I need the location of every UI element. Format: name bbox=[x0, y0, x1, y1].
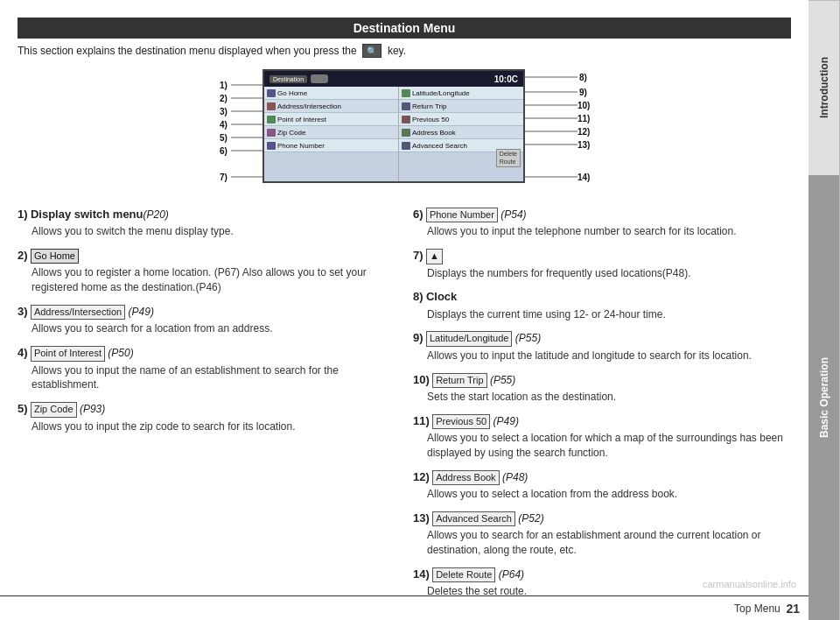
desc-item-8: 8) Clock Displays the current time using… bbox=[413, 289, 791, 321]
desc-item-4: 4) Point of Interest (P50) Allows you to… bbox=[18, 345, 396, 392]
desc-num-7: 7) bbox=[413, 249, 424, 262]
desc-item-13: 13) Advanced Search (P52) Allows you to … bbox=[413, 511, 791, 558]
svg-text:6): 6) bbox=[220, 146, 228, 156]
watermark: carmanualsonline.info bbox=[703, 579, 796, 589]
desc-text-3: Allows you to search for a location from… bbox=[18, 321, 396, 336]
bottom-label: Top Menu bbox=[734, 602, 780, 615]
screen-row-3: Point of Interest bbox=[264, 113, 398, 126]
main-content: Destination Menu This section explains t… bbox=[0, 0, 808, 620]
prev50-btn-label: Previous 50 bbox=[432, 414, 490, 429]
desc-num-3: 3) bbox=[18, 305, 28, 318]
screen-right-col: Latitude/Longitude Return Trip Previous … bbox=[399, 87, 523, 181]
desc-text-1: Allows you to switch the menu display ty… bbox=[18, 224, 396, 239]
return-btn-label: Return Trip bbox=[432, 373, 486, 388]
desc-item-11: 11) Previous 50 (P49) Allows you to sele… bbox=[413, 413, 791, 461]
delroute-btn-label: Delete Route bbox=[432, 567, 495, 582]
screen-btn2 bbox=[311, 74, 328, 83]
triangle-btn-label: ▲ bbox=[426, 249, 443, 264]
desc-num-4: 4) bbox=[18, 346, 28, 359]
desc-ref-4: (P50) bbox=[108, 347, 133, 359]
desc-num-1: 1) bbox=[18, 208, 28, 221]
desc-text-7: Displays the numbers for frequently used… bbox=[413, 266, 791, 281]
screen-header: Destination 10:0C bbox=[264, 71, 523, 87]
address-btn-label: Address/Intersection bbox=[31, 305, 125, 320]
page-title: Destination Menu bbox=[18, 18, 791, 39]
svg-text:11): 11) bbox=[578, 114, 590, 123]
desc-item-12: 12) Address Book (P48) Allows you to sel… bbox=[413, 469, 791, 502]
desc-item-9: 9) Latitude/Longitude (P55) Allows you t… bbox=[413, 330, 791, 363]
desc-item-5: 5) Zip Code (P93) Allows you to input th… bbox=[18, 401, 396, 433]
desc-ref-13: (P52) bbox=[518, 512, 543, 525]
desc-text-4: Allows you to input the name of an estab… bbox=[18, 363, 396, 393]
desc-ref-12: (P48) bbox=[502, 471, 528, 483]
desc-text-8: Displays the current time using 12- or 2… bbox=[413, 307, 791, 322]
desc-text-5: Allows you to input the zip code to sear… bbox=[18, 419, 396, 434]
svg-text:4): 4) bbox=[220, 120, 228, 130]
svg-text:13): 13) bbox=[578, 140, 590, 150]
desc-ref-14: (P64) bbox=[499, 568, 524, 581]
poi-btn-label: Point of Interest bbox=[31, 346, 105, 361]
desc-num-6: 6) bbox=[413, 208, 424, 221]
screen-rows: Go Home Address/Intersection Point of In… bbox=[264, 87, 523, 181]
screen-time: 10:0C bbox=[494, 74, 518, 84]
desc-item-7: 7) ▲ Displays the numbers for frequently… bbox=[413, 248, 791, 280]
desc-item-2: 2) Go Home Allows you to register a home… bbox=[18, 248, 396, 295]
desc-text-13: Allows you to search for an establishmen… bbox=[413, 528, 791, 558]
desc-num-11: 11) bbox=[413, 414, 430, 427]
screen-row-r1: Latitude/Longitude bbox=[399, 87, 523, 100]
descriptions: 1) Display switch menu(P20) Allows you t… bbox=[18, 207, 791, 608]
desc-num-9: 9) bbox=[413, 331, 424, 344]
book-icon bbox=[402, 129, 410, 137]
side-tabs: Introduction Basic Operation bbox=[808, 0, 840, 620]
diagram-container: Destination 10:0C Go Home Address/Inters… bbox=[203, 65, 606, 194]
desc-col-left: 1) Display switch menu(P20) Allows you t… bbox=[18, 207, 396, 608]
screen-row-1: Go Home bbox=[264, 87, 398, 100]
desc-item-3: 3) Address/Intersection (P49) Allows you… bbox=[18, 304, 396, 336]
bottom-bar: Top Menu 21 bbox=[0, 595, 808, 620]
svg-text:14): 14) bbox=[578, 173, 590, 182]
zip-btn-label: Zip Code bbox=[31, 402, 77, 417]
desc-num-10: 10) bbox=[413, 373, 430, 386]
screen-header-left: Destination bbox=[270, 74, 328, 83]
screen-row-5: Phone Number bbox=[264, 139, 398, 152]
key-icon: 🔍 bbox=[362, 44, 382, 58]
prev-icon bbox=[402, 116, 410, 123]
tab-introduction[interactable]: Introduction bbox=[808, 0, 840, 175]
screen-diagram-area: Destination 10:0C Go Home Address/Inters… bbox=[18, 65, 791, 194]
pin-icon bbox=[267, 102, 276, 110]
desc-num-2: 2) bbox=[18, 249, 28, 262]
svg-text:1): 1) bbox=[220, 81, 228, 90]
svg-text:7): 7) bbox=[220, 173, 228, 182]
svg-text:2): 2) bbox=[220, 94, 228, 103]
desc-text-9: Allows you to input the latitude and lon… bbox=[413, 349, 791, 363]
desc-num-8: 8) bbox=[413, 290, 424, 303]
desc-text-6: Allows you to input the telephone number… bbox=[413, 224, 791, 239]
phone-btn-label: Phone Number bbox=[426, 208, 498, 222]
svg-text:3): 3) bbox=[220, 107, 228, 116]
desc-num-14: 14) bbox=[413, 567, 430, 581]
desc-num-12: 12) bbox=[413, 470, 430, 483]
screen-row-r4: Address Book bbox=[399, 126, 523, 139]
svg-text:10): 10) bbox=[578, 101, 590, 110]
screen-row-r2: Return Trip bbox=[399, 100, 523, 113]
desc-ref-11: (P49) bbox=[494, 415, 519, 427]
screen-row-4: Zip Code bbox=[264, 126, 398, 139]
addrbook-btn-label: Address Book bbox=[432, 470, 499, 485]
desc-ref-5: (P93) bbox=[80, 403, 105, 415]
desc-item-6: 6) Phone Number (P54) Allows you to inpu… bbox=[413, 207, 791, 239]
return-icon bbox=[402, 102, 410, 110]
desc-num-13: 13) bbox=[413, 511, 430, 525]
svg-text:5): 5) bbox=[220, 133, 228, 143]
screen-row-r3: Previous 50 bbox=[399, 113, 523, 126]
desc-ref-10: (P55) bbox=[490, 374, 515, 386]
phone-icon bbox=[267, 142, 276, 150]
desc-title-8: Clock bbox=[426, 290, 457, 303]
house-icon bbox=[267, 89, 276, 97]
desc-ref-9: (P55) bbox=[515, 332, 541, 344]
tab-basic-operation[interactable]: Basic Operation bbox=[808, 175, 840, 620]
desc-text-10: Sets the start location as the destinati… bbox=[413, 390, 791, 405]
svg-text:9): 9) bbox=[579, 88, 587, 97]
screen-dest-btn: Destination bbox=[270, 75, 307, 83]
desc-col-right: 6) Phone Number (P54) Allows you to inpu… bbox=[413, 207, 791, 608]
page-number: 21 bbox=[786, 602, 800, 616]
